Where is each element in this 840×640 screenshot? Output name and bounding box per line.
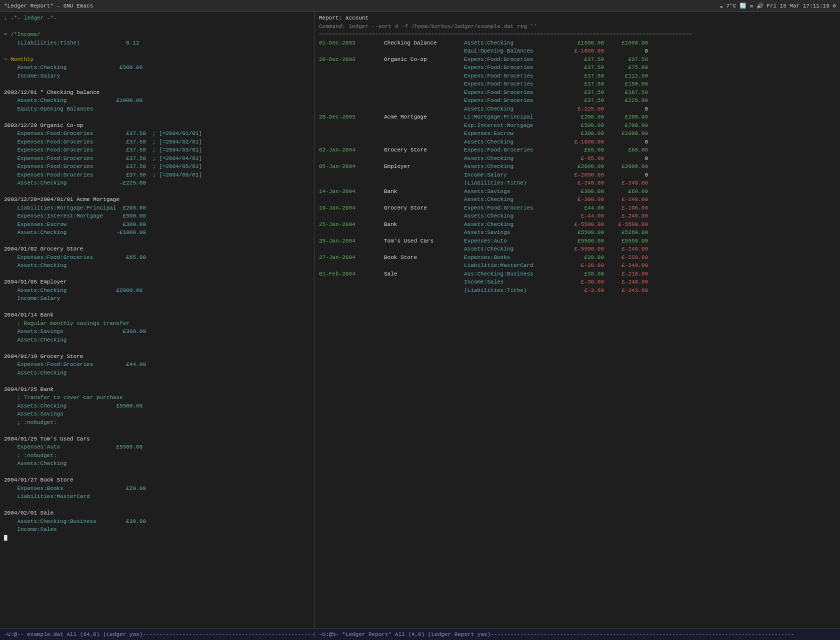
transaction-group: 01-Dec-2003Checking balanceAssets:Checki…	[319, 39, 836, 56]
left-editor-pane[interactable]: ; -*- ledger -*- = /*Income/ (Liabilitie…	[0, 12, 315, 628]
txn-account: Income:Sales	[464, 278, 564, 286]
txn-running-total: £225.00	[608, 96, 648, 105]
txn-running-total: £-210.00	[608, 270, 648, 278]
left-line: Expenses:Food:Groceries £37.50 ; [=2004/…	[4, 146, 310, 154]
txn-amount: £37.50	[564, 64, 604, 72]
left-line: Assets:Checking	[4, 262, 310, 270]
txn-account: Expens:Food:Groceries	[464, 72, 564, 80]
left-line	[4, 47, 310, 56]
txn-payee: Acme Mortgage	[384, 113, 464, 122]
left-line: Liabilities:Mortgage:Principal £200.00	[4, 204, 310, 212]
txn-amount: £500.00	[564, 122, 604, 130]
txn-running-total: 0	[608, 171, 648, 180]
transaction-row: Income:Sales£-30.00£-240.00	[319, 278, 836, 286]
txn-date: 05-Jan-2004	[319, 162, 384, 171]
right-report-pane[interactable]: Report: account Command: ledger --sort d…	[315, 12, 840, 628]
txn-payee: Checking balance	[384, 39, 464, 48]
txn-amount: £44.00	[564, 204, 604, 212]
left-line: Expenses:Food:Groceries £44.00	[4, 360, 310, 369]
transaction-row: Assets:Checking£-65.000	[319, 154, 836, 163]
txn-payee	[384, 262, 464, 270]
txn-payee	[384, 130, 464, 138]
status-bar: -U:@-- example.dat All (64,0) (Ledger ya…	[0, 628, 840, 640]
left-line: █	[4, 534, 310, 542]
left-line: ; :nobudget:	[4, 452, 310, 460]
left-line: Expenses:Auto £5500.00	[4, 443, 310, 452]
transaction-group: 27-Jan-2004Book StoreExpenses:Books£20.0…	[319, 254, 836, 270]
left-line: ~ Monthly	[4, 56, 310, 64]
left-line: 2004/01/27 Book Store	[4, 476, 310, 484]
txn-payee	[384, 286, 464, 295]
transaction-row: 19-Jan-2004Grocery StoreExpens:Food:Groc…	[319, 204, 836, 212]
txn-account: Expens:Food:Groceries	[464, 88, 564, 97]
txn-date	[319, 64, 384, 72]
left-line: Income:Salary	[4, 294, 310, 303]
left-line: Expenses:Food:Groceries £65.00	[4, 254, 310, 262]
left-line: Assets:Checking	[4, 336, 310, 344]
transaction-row: 14-Jan-2004BankAssets:Savings£300.00£60.…	[319, 188, 836, 196]
txn-date: 27-Jan-2004	[319, 254, 384, 262]
txn-amount: £2000.00	[564, 162, 604, 171]
transaction-row: 01-Feb-2004SaleAss:Checking:Business£30.…	[319, 270, 836, 278]
txn-amount: £37.50	[564, 80, 604, 88]
left-line	[4, 113, 310, 122]
txn-date	[319, 130, 384, 138]
txn-payee	[384, 72, 464, 80]
left-line: Liabilities:MasterCard	[4, 492, 310, 501]
left-line: Assets:Checking:Business £30.00	[4, 518, 310, 526]
txn-date	[319, 154, 384, 163]
txn-payee	[384, 80, 464, 88]
transaction-row: Expens:Food:Groceries£37.50£75.00	[319, 64, 836, 72]
transaction-group: 01-Feb-2004SaleAss:Checking:Business£30.…	[319, 270, 836, 295]
transaction-group: 28-Dec-2003Acme MortgageLi:Mortgage:Prin…	[319, 113, 836, 146]
transaction-row: Income:Salary£-2000.000	[319, 171, 836, 180]
transaction-row: Assets:Checking£-1000.000	[319, 138, 836, 146]
txn-account: Expens:Food:Groceries	[464, 80, 564, 88]
txn-date	[319, 47, 384, 56]
txn-account: Assets:Savings	[464, 188, 564, 196]
txn-account: Assets:Checking	[464, 105, 564, 114]
txn-payee: Employer	[384, 162, 464, 171]
txn-running-total: £-240.00	[608, 245, 648, 254]
txn-amount: £-30.00	[564, 278, 604, 286]
txn-account: Expens:Food:Groceries	[464, 56, 564, 64]
txn-running-total: 0	[608, 105, 648, 114]
txn-amount: £300.00	[564, 188, 604, 196]
txn-running-total: £-240.00	[608, 278, 648, 286]
txn-date	[319, 179, 384, 188]
txn-account: Expenses:Escrow	[464, 130, 564, 138]
left-line	[4, 22, 310, 31]
left-line: Income:Sales	[4, 526, 310, 534]
txn-payee	[384, 245, 464, 254]
txn-payee	[384, 47, 464, 56]
txn-running-total: £-240.00	[608, 196, 648, 204]
transaction-row: 02-Jan-2004Grocery StoreExpens:Food:Groc…	[319, 146, 836, 154]
txn-amount: £300.00	[564, 130, 604, 138]
txn-date: 01-Feb-2004	[319, 270, 384, 278]
txn-running-total: £37.50	[608, 56, 648, 64]
txn-amount: £-225.00	[564, 105, 604, 114]
left-content: ; -*- ledger -*- = /*Income/ (Liabilitie…	[4, 14, 310, 542]
left-line: Expenses:Books £20.00	[4, 484, 310, 493]
txn-running-total: £1000.00	[608, 130, 648, 138]
title-bar: *Ledger Report* - GNU Emacs ☁ 7°C 🔄 ✉ 🔊 …	[0, 0, 840, 12]
txn-account: Assets:Checking	[464, 138, 564, 146]
separator: ========================================…	[319, 30, 836, 39]
left-line: Assets:Checking -£1000.00	[4, 228, 310, 237]
transaction-row: Expens:Food:Groceries£37.50£150.00	[319, 80, 836, 88]
txn-payee	[384, 105, 464, 114]
txn-date	[319, 72, 384, 80]
left-line: Expenses:Food:Groceries £37.50 ; [=2004/…	[4, 138, 310, 146]
left-line	[4, 188, 310, 196]
transaction-group: 19-Jan-2004Grocery StoreExpens:Food:Groc…	[319, 204, 836, 220]
txn-date	[319, 286, 384, 295]
transaction-row: 01-Dec-2003Checking balanceAssets:Checki…	[319, 39, 836, 48]
left-line: Assets:Checking -£225.00	[4, 179, 310, 188]
txn-running-total: 0	[608, 47, 648, 56]
left-line: 2004/01/25 Tom's Used Cars	[4, 435, 310, 444]
txn-amount: £-1000.00	[564, 47, 604, 56]
left-line: ; :nobudget:	[4, 418, 310, 427]
transaction-row: Assets:Checking£-225.000	[319, 105, 836, 114]
txn-payee	[384, 179, 464, 188]
txn-date: 28-Dec-2003	[319, 113, 384, 122]
